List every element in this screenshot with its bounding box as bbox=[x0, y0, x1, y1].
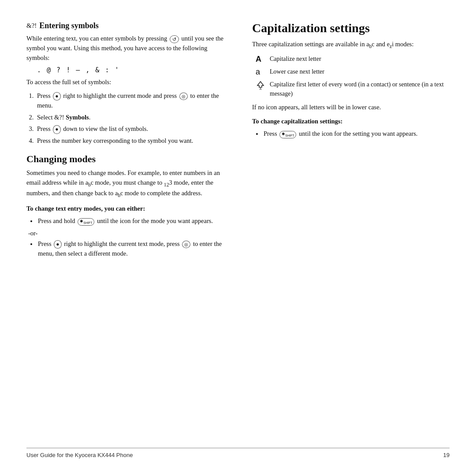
cap-desc-shift-a: Capitalize first letter of every word (i… bbox=[270, 80, 450, 98]
menu-icon-step1: ◎ bbox=[179, 93, 188, 100]
nav-icon-step1: ● bbox=[53, 92, 60, 101]
entering-symbols-para1: While entering text, you can enter symbo… bbox=[26, 34, 224, 63]
footer-left: User Guide for the Kyocera KX444 Phone bbox=[26, 452, 133, 458]
nav-icon-bullet2: ● bbox=[54, 240, 61, 249]
shift-icon-cap: ✱SHIFT bbox=[279, 131, 296, 138]
bullet-press-hold: Press and hold ✱SHIFT until the icon for… bbox=[37, 216, 224, 226]
cap-change-bullets: Press ✱SHIFT until the icon for the sett… bbox=[263, 129, 450, 138]
cap-table: A Capitalize next letter a Lower case ne… bbox=[256, 55, 450, 98]
changing-modes-heading: Changing modes bbox=[26, 153, 224, 165]
123-mode-inline: 123 bbox=[164, 179, 172, 186]
footer-page-number: 19 bbox=[443, 452, 450, 458]
or-divider: -or- bbox=[28, 230, 224, 237]
change-modes-subheading: To change text entry modes, you can eith… bbox=[26, 204, 224, 214]
step-3: Press ● down to view the list of symbols… bbox=[35, 124, 224, 134]
cap-desc-a: Lower case next letter bbox=[270, 67, 324, 76]
change-cap-subheading: To change capitalization settings: bbox=[252, 117, 450, 126]
cap-icon-shift-a: A bbox=[256, 81, 265, 90]
abc-mode-cap: abc bbox=[366, 41, 374, 48]
change-modes-bullets: Press and hold ✱SHIFT until the icon for… bbox=[37, 216, 224, 226]
changing-modes-section: Changing modes Sometimes you need to cha… bbox=[26, 153, 224, 259]
symbol-heading-icon: &?! bbox=[26, 22, 37, 30]
changing-modes-para: Sometimes you need to change modes. For … bbox=[26, 168, 224, 199]
steps-list: Press ● right to highlight the current m… bbox=[35, 91, 224, 145]
change-modes-bullets-2: Press ● right to highlight the current t… bbox=[37, 239, 224, 259]
step-1: Press ● right to highlight the current m… bbox=[35, 91, 224, 111]
capitalization-para: Three capitalization settings are availa… bbox=[252, 40, 450, 50]
shift-icon-bullet1: ✱SHIFT bbox=[78, 218, 94, 226]
ezi-mode-cap: ezi bbox=[387, 41, 394, 48]
entering-symbols-title: Entering symbols bbox=[39, 21, 99, 30]
page: &?! Entering symbols While entering text… bbox=[0, 0, 476, 476]
cap-row-uppercase: A Capitalize next letter bbox=[256, 55, 450, 64]
right-column: Capitalization settings Three capitaliza… bbox=[247, 21, 450, 443]
step-2: Select &?! Symbols. bbox=[35, 112, 224, 122]
no-icon-para: If no icon appears, all letters will be … bbox=[252, 103, 450, 112]
capitalization-heading: Capitalization settings bbox=[252, 21, 450, 35]
cap-change-bullet: Press ✱SHIFT until the icon for the sett… bbox=[263, 129, 450, 138]
cap-desc-A: Capitalize next letter bbox=[270, 55, 321, 63]
bullet-press-nav: Press ● right to highlight the current t… bbox=[37, 239, 224, 259]
changing-modes-title: Changing modes bbox=[26, 153, 96, 165]
abc-mode-inline2: abc bbox=[115, 190, 123, 197]
left-column: &?! Entering symbols While entering text… bbox=[26, 21, 233, 443]
capitalization-section: Capitalization settings Three capitaliza… bbox=[252, 21, 450, 139]
step-4: Press the number key corresponding to th… bbox=[35, 136, 224, 145]
nav-icon-step3: ● bbox=[53, 125, 60, 134]
cap-row-lowercase: a Lower case next letter bbox=[256, 67, 450, 77]
svg-marker-0 bbox=[257, 82, 264, 87]
abc-mode-inline: abc bbox=[86, 179, 93, 186]
shift-a-svg: A bbox=[256, 81, 265, 90]
spin-arrows-icon: ↺ bbox=[170, 35, 179, 43]
entering-symbols-heading: &?! Entering symbols bbox=[26, 21, 224, 30]
cap-icon-a: a bbox=[256, 67, 265, 77]
svg-text:A: A bbox=[260, 87, 262, 90]
symbols-line: . @ ? ! – , & : ' bbox=[37, 66, 224, 74]
cap-row-shift-a: A Capitalize first letter of every word … bbox=[256, 80, 450, 98]
entering-symbols-section: &?! Entering symbols While entering text… bbox=[26, 21, 224, 145]
full-symbols-para: To access the full set of symbols: bbox=[26, 78, 224, 87]
cap-icon-A: A bbox=[256, 55, 265, 64]
page-footer: User Guide for the Kyocera KX444 Phone 1… bbox=[26, 448, 450, 458]
content-area: &?! Entering symbols While entering text… bbox=[26, 21, 450, 443]
menu-icon-bullet2: ◎ bbox=[182, 241, 190, 248]
